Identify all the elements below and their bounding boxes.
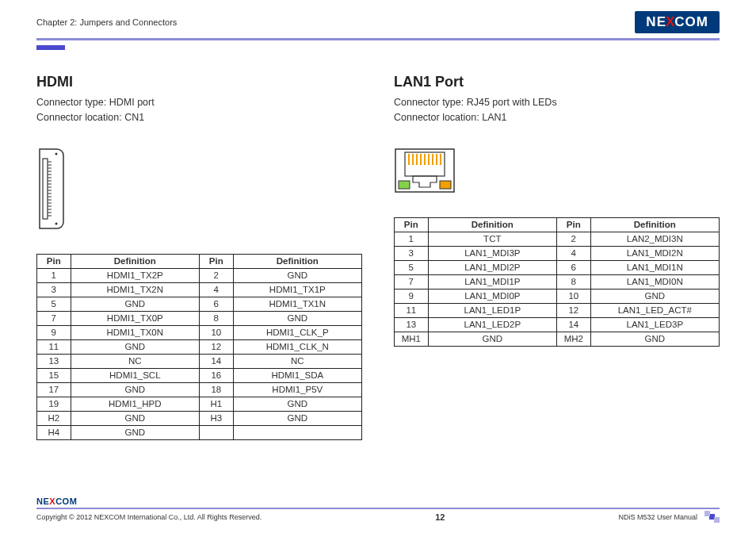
hdmi-connector-icon	[36, 148, 362, 230]
table-row: H4GND	[37, 425, 362, 439]
table-row: 5LAN1_MDI2P6LAN1_MDI1N	[395, 260, 720, 274]
pin-cell: 2	[199, 268, 233, 282]
pin-cell: 4	[556, 246, 590, 260]
pin-cell: 3	[395, 246, 429, 260]
definition-cell: LAN1_MDI0N	[590, 274, 719, 289]
definition-cell: HDMI1_TX1P	[233, 282, 361, 297]
pin-cell: 6	[199, 297, 233, 311]
table-row: 7HDMI1_TX0P8GND	[37, 311, 362, 325]
definition-cell: GND	[428, 332, 556, 346]
definition-cell: GND	[233, 397, 361, 411]
page-number: 12	[435, 512, 445, 522]
rj45-connector-icon	[394, 148, 720, 194]
definition-cell: LAN1_MDI0P	[428, 289, 556, 303]
table-row: 13NC14NC	[37, 354, 362, 368]
nexcom-logo: NEXCOM	[635, 11, 720, 33]
pin-cell: MH2	[556, 332, 590, 346]
manual-name: NDiS M532 User Manual	[618, 513, 697, 521]
footer-logo-pre: NE	[36, 497, 49, 506]
definition-cell: GND	[233, 268, 361, 282]
svg-rect-32	[399, 181, 410, 189]
table-row: 1TCT2LAN2_MDI3N	[395, 232, 720, 246]
col-def: Definition	[590, 217, 719, 232]
pin-cell: 5	[395, 260, 429, 274]
definition-cell: GND	[71, 382, 199, 397]
lan1-desc: Connector type: RJ45 port with LEDs Conn…	[394, 95, 720, 125]
logo-text-post: COM	[674, 14, 708, 30]
pin-cell: 1	[37, 268, 71, 282]
lan1-title: LAN1 Port	[394, 74, 720, 90]
pin-cell: H3	[199, 411, 233, 425]
svg-rect-33	[440, 181, 451, 189]
hdmi-desc-line2: Connector location: CN1	[36, 110, 362, 125]
col-pin: Pin	[556, 217, 590, 232]
hdmi-desc: Connector type: HDMI port Connector loca…	[36, 95, 362, 125]
definition-cell: GND	[71, 339, 199, 354]
pin-cell: 17	[37, 382, 71, 397]
definition-cell: HDMI1_HPD	[71, 397, 199, 411]
table-row: 13LAN1_LED2P14LAN1_LED3P	[395, 317, 720, 332]
col-def: Definition	[233, 254, 361, 268]
definition-cell: LAN1_MDI1P	[428, 274, 556, 289]
table-row: 9HDMI1_TX0N10HDMI1_CLK_P	[37, 325, 362, 339]
svg-point-20	[55, 222, 58, 224]
lan1-pin-table: Pin Definition Pin Definition 1TCT2LAN2_…	[394, 217, 720, 347]
pin-cell: 1	[395, 232, 429, 246]
table-row: 11LAN1_LED1P12LAN1_LED_ACT#	[395, 303, 720, 317]
main-columns: HDMI Connector type: HDMI port Connector…	[36, 74, 720, 440]
definition-cell: HDMI1_CLK_P	[233, 325, 361, 339]
pin-cell	[199, 425, 233, 439]
definition-cell: LAN1_LED_ACT#	[590, 303, 719, 317]
table-row: 3LAN1_MDI3P4LAN1_MDI2N	[395, 246, 720, 260]
definition-cell: HDMI1_SCL	[71, 368, 199, 382]
definition-cell: LAN1_MDI2P	[428, 260, 556, 274]
table-row: 15HDMI1_SCL16HDMI1_SDA	[37, 368, 362, 382]
pin-cell: 2	[556, 232, 590, 246]
pin-cell: 10	[556, 289, 590, 303]
col-pin: Pin	[199, 254, 233, 268]
lan1-desc-line1: Connector type: RJ45 port with LEDs	[394, 95, 720, 110]
pin-cell: 6	[556, 260, 590, 274]
hdmi-desc-line1: Connector type: HDMI port	[36, 95, 362, 110]
definition-cell: GND	[590, 289, 719, 303]
table-header-row: Pin Definition Pin Definition	[395, 217, 720, 232]
definition-cell: NC	[71, 354, 199, 368]
logo-text-pre: NE	[646, 14, 666, 30]
pin-cell: 18	[199, 382, 233, 397]
pin-cell: 4	[199, 282, 233, 297]
pin-cell: 8	[556, 274, 590, 289]
pin-cell: 5	[37, 297, 71, 311]
footer-logo: NEXCOM	[36, 497, 77, 506]
pin-cell: 13	[395, 317, 429, 332]
pin-cell: MH1	[395, 332, 429, 346]
svg-rect-0	[43, 159, 48, 219]
definition-cell: GND	[233, 411, 361, 425]
definition-cell: HDMI1_TX0P	[71, 311, 199, 325]
hdmi-pin-table: Pin Definition Pin Definition 1HDMI1_TX2…	[36, 254, 362, 440]
pin-cell: 11	[395, 303, 429, 317]
definition-cell: GND	[71, 411, 199, 425]
pin-cell: 15	[37, 368, 71, 382]
pin-cell: 16	[199, 368, 233, 382]
table-row: 19HDMI1_HPDH1GND	[37, 397, 362, 411]
footer-rule	[36, 508, 720, 510]
definition-cell: LAN1_MDI2N	[590, 246, 719, 260]
pin-cell: 12	[556, 303, 590, 317]
col-def: Definition	[428, 217, 556, 232]
definition-cell: HDMI1_SDA	[233, 368, 361, 382]
table-row: 17GND18HDMI1_P5V	[37, 382, 362, 397]
pin-cell: H2	[37, 411, 71, 425]
footer-decoration-icon	[705, 513, 720, 521]
definition-cell: GND	[71, 297, 199, 311]
hdmi-title: HDMI	[36, 74, 362, 90]
footer: NEXCOM Copyright © 2012 NEXCOM Internati…	[36, 493, 720, 523]
pin-cell: 9	[37, 325, 71, 339]
copyright-text: Copyright © 2012 NEXCOM International Co…	[36, 513, 262, 521]
table-row: 3HDMI1_TX2N4HDMI1_TX1P	[37, 282, 362, 297]
definition-cell: LAN2_MDI3N	[590, 232, 719, 246]
pin-cell: 14	[199, 354, 233, 368]
lan1-section: LAN1 Port Connector type: RJ45 port with…	[394, 74, 720, 440]
pin-cell: 13	[37, 354, 71, 368]
definition-cell: TCT	[428, 232, 556, 246]
table-row: 1HDMI1_TX2P2GND	[37, 268, 362, 282]
